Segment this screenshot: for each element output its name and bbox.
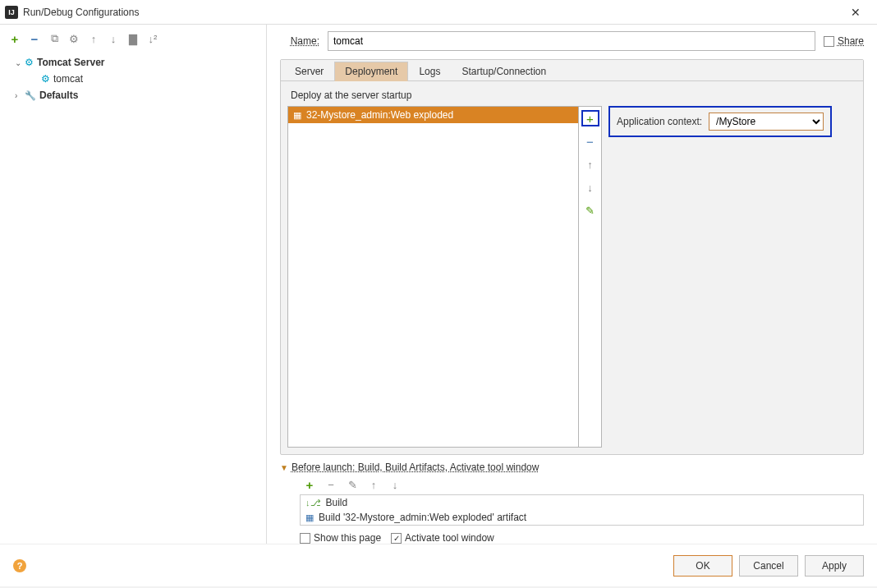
tree-label-child: tomcat bbox=[53, 73, 83, 85]
context-label: Application context: bbox=[617, 116, 702, 127]
before-launch-label: Before launch: Build, Build Artifacts, A… bbox=[292, 462, 540, 473]
build-icon: ↓⎇ bbox=[305, 498, 321, 508]
list-item[interactable]: ▦ Build '32-Mystore_admin:Web exploded' … bbox=[301, 510, 863, 525]
list-item[interactable]: ↓⎇ Build bbox=[301, 495, 863, 510]
share-checkbox[interactable]: Share bbox=[824, 35, 864, 47]
move-down-artifact-button[interactable]: ↓ bbox=[581, 179, 599, 195]
dialog-footer: ? OK Cancel Apply bbox=[0, 544, 877, 586]
config-tree: ⌄ ⚙ Tomcat Server ⚙ tomcat › 🔧 Defaults bbox=[0, 53, 266, 105]
config-list-panel: + − ⧉ ⚙ ↑ ↓ ▇ ↓² ⌄ ⚙ Tomcat Server ⚙ tom… bbox=[0, 25, 267, 544]
titlebar: IJ Run/Debug Configurations ✕ bbox=[0, 0, 877, 25]
bl-up-icon[interactable]: ↑ bbox=[367, 478, 380, 491]
sort-icon[interactable]: ↓² bbox=[146, 32, 159, 45]
cancel-button[interactable]: Cancel bbox=[739, 555, 798, 577]
tomcat-icon: ⚙ bbox=[25, 57, 34, 68]
context-panel: Application context: /MyStore bbox=[608, 106, 832, 137]
deploy-item[interactable]: ▦ 32-Mystore_admin:Web exploded bbox=[288, 107, 578, 123]
tab-logs[interactable]: Logs bbox=[408, 62, 451, 80]
deploy-section-label: Deploy at the server startup bbox=[291, 90, 856, 101]
deploy-list[interactable]: ▦ 32-Mystore_admin:Web exploded bbox=[287, 106, 579, 448]
before-launch-section: ▼ Before launch: Build, Build Artifacts,… bbox=[280, 462, 864, 544]
context-select[interactable]: /MyStore bbox=[709, 113, 824, 131]
tree-label-root: Tomcat Server bbox=[37, 57, 104, 68]
bl-row-label: Build '32-Mystore_admin:Web exploded' ar… bbox=[319, 512, 526, 523]
bl-row-label: Build bbox=[326, 497, 348, 508]
collapse-icon[interactable]: ▼ bbox=[280, 463, 288, 472]
activate-window-checkbox[interactable]: Activate tool window bbox=[391, 532, 494, 544]
show-page-checkbox[interactable]: Show this page bbox=[300, 532, 381, 544]
artifact-icon: ▦ bbox=[293, 110, 301, 121]
name-label: Name: bbox=[280, 35, 319, 47]
tab-deployment[interactable]: Deployment bbox=[334, 62, 408, 81]
add-config-icon[interactable]: + bbox=[8, 32, 21, 45]
deploy-item-label: 32-Mystore_admin:Web exploded bbox=[306, 109, 453, 121]
move-up-artifact-button[interactable]: ↑ bbox=[581, 156, 599, 172]
expand-icon[interactable]: ⌄ bbox=[15, 58, 25, 67]
checkbox-icon bbox=[824, 36, 834, 47]
deploy-list-toolbar: + − ↑ ↓ ✎ bbox=[579, 106, 602, 448]
bl-edit-icon[interactable]: ✎ bbox=[346, 478, 359, 491]
artifact-icon: ▦ bbox=[305, 512, 314, 523]
tree-node-tomcat-server[interactable]: ⌄ ⚙ Tomcat Server bbox=[0, 54, 266, 71]
copy-config-icon[interactable]: ⧉ bbox=[48, 32, 61, 45]
tree-node-tomcat[interactable]: ⚙ tomcat bbox=[0, 71, 266, 87]
share-label: Share bbox=[838, 35, 864, 47]
remove-config-icon[interactable]: − bbox=[28, 32, 41, 45]
remove-artifact-button[interactable]: − bbox=[581, 133, 599, 149]
window-title: Run/Debug Configurations bbox=[23, 7, 139, 18]
tab-startup-connection[interactable]: Startup/Connection bbox=[451, 62, 557, 80]
app-icon: IJ bbox=[5, 6, 18, 19]
add-artifact-button[interactable]: + bbox=[581, 110, 599, 126]
bl-add-icon[interactable]: + bbox=[303, 478, 316, 491]
edit-artifact-button[interactable]: ✎ bbox=[581, 202, 599, 218]
ok-button[interactable]: OK bbox=[673, 555, 732, 577]
checkbox-icon bbox=[391, 533, 402, 544]
bl-remove-icon[interactable]: − bbox=[324, 478, 337, 491]
show-page-label: Show this page bbox=[314, 532, 381, 544]
tree-node-defaults[interactable]: › 🔧 Defaults bbox=[0, 87, 266, 103]
name-input[interactable] bbox=[328, 31, 815, 51]
tree-label-defaults: Defaults bbox=[39, 90, 78, 101]
help-icon[interactable]: ? bbox=[13, 559, 26, 572]
move-up-icon[interactable]: ↑ bbox=[87, 32, 100, 45]
tomcat-icon: ⚙ bbox=[41, 73, 50, 85]
tab-bar: Server Deployment Logs Startup/Connectio… bbox=[281, 60, 863, 81]
expand-icon[interactable]: › bbox=[15, 91, 25, 100]
checkbox-icon bbox=[300, 533, 310, 544]
apply-button[interactable]: Apply bbox=[805, 555, 864, 577]
move-down-icon[interactable]: ↓ bbox=[107, 32, 120, 45]
wrench-icon: 🔧 bbox=[25, 90, 36, 101]
tab-container: Server Deployment Logs Startup/Connectio… bbox=[280, 59, 864, 455]
close-button[interactable]: ✕ bbox=[839, 0, 872, 25]
config-editor: Name: Share Server Deployment Logs Start… bbox=[267, 25, 877, 544]
before-launch-list[interactable]: ↓⎇ Build ▦ Build '32-Mystore_admin:Web e… bbox=[300, 494, 864, 526]
bl-down-icon[interactable]: ↓ bbox=[388, 478, 402, 491]
folder-icon[interactable]: ▇ bbox=[126, 32, 140, 45]
settings-config-icon[interactable]: ⚙ bbox=[67, 32, 80, 45]
before-launch-toolbar: + − ✎ ↑ ↓ bbox=[280, 476, 864, 494]
config-toolbar: + − ⧉ ⚙ ↑ ↓ ▇ ↓² bbox=[0, 25, 266, 53]
activate-label: Activate tool window bbox=[405, 532, 494, 544]
tab-server[interactable]: Server bbox=[284, 62, 334, 80]
